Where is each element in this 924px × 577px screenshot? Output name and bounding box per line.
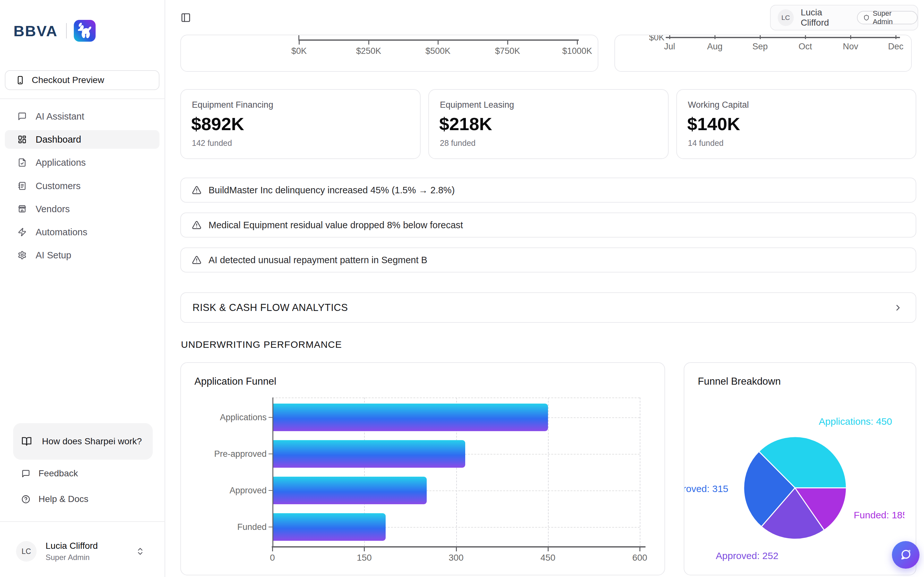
x-axis-tick [364,548,365,551]
alert-text: Medical Equipment residual value dropped… [208,220,463,230]
dashboard-screen: BBVA Che [0,0,924,577]
x-axis-tick-label: 0 [270,553,275,563]
chat-assistant-fab[interactable] [892,541,919,569]
sidebar-item-ai-setup[interactable]: AI Setup [5,246,160,264]
x-axis-tick [850,35,851,39]
alert-row[interactable]: AI detected unusual repayment pattern in… [180,247,916,272]
category-label: Applications [190,413,267,422]
x-axis-tick-label: Jul [664,42,675,52]
top-left-chart-card: $0K$250K$500K$750K$1000K [180,35,598,72]
sidebar: BBVA Che [0,0,165,577]
checkout-preview-label: Checkout Preview [32,75,104,85]
x-axis-tick-label: 600 [632,553,648,563]
x-axis-tick-label: Oct [798,42,812,52]
chat-bubble-icon [899,548,913,562]
x-axis-line [666,37,900,38]
sidebar-item-label: AI Setup [36,250,71,261]
sidebar-item-dashboard[interactable]: Dashboard [5,130,160,149]
role-badge: Super Admin [857,11,918,24]
header-user-chip[interactable]: LC Lucia Clifford Super Admin [770,5,918,31]
dashboard-grid-icon [18,135,27,144]
x-axis-tick-label: 300 [449,553,464,563]
category-label: Approved [190,486,267,496]
stat-value: $140K [687,113,740,134]
sidebar-item-ai-assistant[interactable]: AI Assistant [5,107,160,126]
book-open-icon [21,436,32,446]
funnel-bar-pre-approved [273,440,465,468]
category-label: Funded [190,522,267,532]
sharpei-balloon-dog-icon [74,20,95,42]
sidebar-item-applications[interactable]: Applications [5,153,160,172]
stat-subtitle: 28 funded [440,139,475,148]
avatar: LC [16,541,37,562]
shield-icon [863,15,869,21]
chat-bubble-icon [18,112,27,121]
x-axis-tick-label: $500K [425,46,451,56]
funnel-bar-applications [273,404,548,431]
feedback-link[interactable]: Feedback [13,464,153,483]
x-axis-tick [272,548,273,551]
sidebar-item-label: Vendors [36,204,69,214]
triangle-alert-icon [192,185,202,195]
x-axis-tick-label: $1000K [562,46,592,56]
circle-question-icon [21,495,30,504]
stat-card-equipment-financing: Equipment Financing $892K 142 funded [180,89,421,159]
store-icon [18,205,27,213]
x-axis-line [298,39,579,41]
stat-card-working-capital: Working Capital $140K 14 funded [676,89,916,159]
stat-title: Equipment Leasing [440,100,514,110]
brand-logos: BBVA [13,20,95,42]
x-axis-tick [669,35,670,39]
checkout-preview-button[interactable]: Checkout Preview [5,70,160,90]
bbva-logo: BBVA [13,22,58,40]
chat-bubble-icon [21,469,30,478]
x-axis-tick-label: $0K [291,46,307,56]
stat-title: Working Capital [688,100,749,110]
x-axis-tick-label: Dec [888,42,903,52]
x-axis-tick-label: Sep [752,42,768,52]
sidebar-item-customers[interactable]: Customers [5,177,160,195]
x-axis-tick [895,35,897,39]
triangle-alert-icon [192,220,202,230]
y-gridline [272,398,640,398]
help-docs-link[interactable]: Help & Docs [13,490,153,508]
sidebar-item-vendors[interactable]: Vendors [5,200,160,218]
application-funnel-chart: 0150300450600ApplicationsPre-approvedApp… [181,363,664,575]
sidebar-toggle-button[interactable] [181,13,191,23]
zap-icon [18,227,27,237]
x-axis-tick [299,41,300,45]
underwriting-performance-heading: UNDERWRITING PERFORMANCE [181,339,342,350]
x-axis-tick-label: 450 [540,553,556,563]
gear-icon [18,251,27,259]
x-axis-tick [805,35,806,39]
logo-divider [66,23,67,39]
x-axis-tick [714,35,716,39]
sidebar-user-menu[interactable]: LC Lucia Clifford Super Admin [10,536,156,567]
y-axis-tick-label: $0K [649,35,664,43]
stat-value: $218K [439,113,492,134]
stat-title: Equipment Financing [192,100,273,110]
avatar: LC [778,9,794,26]
funnel-bar-funded [273,513,386,541]
how-does-sharpei-work-button[interactable]: How does Sharpei work? [13,423,153,460]
risk-cash-flow-analytics-row[interactable]: RISK & CASH FLOW ANALYTICS [180,292,916,323]
x-axis-tick [760,35,761,39]
top-right-chart-card: $0K JulAugSepOctNovDec [614,35,912,72]
user-name: Lucia Clifford [45,541,136,551]
x-axis-tick [640,548,640,551]
x-gridline [640,398,640,546]
x-axis-tick [507,41,508,45]
x-axis-tick [577,41,578,45]
alert-row[interactable]: Medical Equipment residual value dropped… [180,213,916,237]
pie-label-layer: Applications: 450Pre-approved: 315Approv… [684,363,905,575]
sidebar-item-label: Automations [36,227,87,237]
x-axis-tick-label: $750K [495,46,520,56]
sidebar-item-automations[interactable]: Automations [5,223,160,242]
alert-row[interactable]: BuildMaster Inc delinquency increased 45… [180,177,916,203]
y-axis-tick [268,527,272,527]
sidebar-divider [0,98,165,99]
sidebar-divider [0,521,165,522]
funnel-breakdown-card: Funnel Breakdown Applications: 450Pre-ap… [684,362,916,575]
pie-label-applications: Applications: 450 [819,416,892,427]
y-axis-tick [268,417,272,418]
